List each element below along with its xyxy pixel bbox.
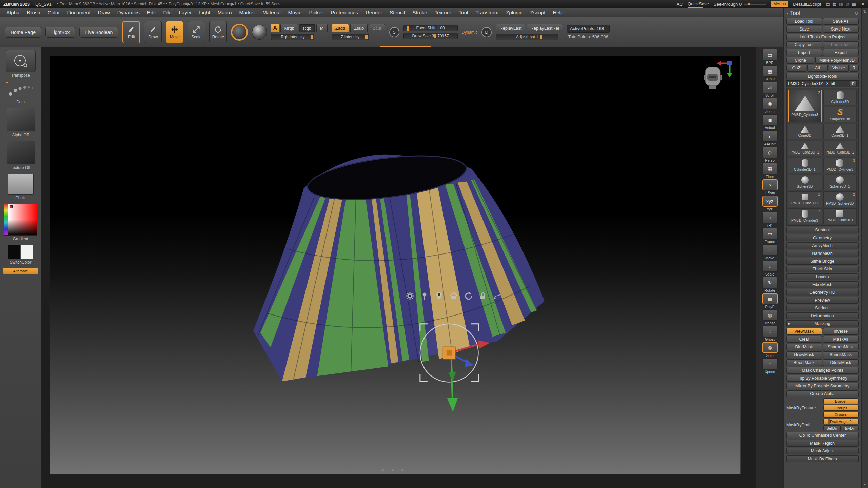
masking-left-button[interactable]: BlurMask	[786, 344, 822, 350]
axis-indicator[interactable]	[716, 58, 739, 80]
right-shelf-icon[interactable]: ▦	[762, 163, 778, 174]
tool-section-button[interactable]: Mask Adjust	[786, 448, 859, 454]
focal-shift-knob[interactable]	[407, 26, 409, 30]
draft-angle-slider[interactable]: DraftAngle 2	[823, 419, 859, 424]
menu-item[interactable]: Render	[362, 8, 386, 17]
right-shelf-icon[interactable]: ▦	[762, 65, 778, 77]
right-shelf-icon[interactable]: ◍	[762, 309, 778, 321]
current-tool-bar[interactable]: PM3D_Cylinder3D1_3. 56 R	[786, 80, 859, 87]
right-shelf-button[interactable]: xyz xyz	[762, 196, 778, 211]
menu-item[interactable]: Texture	[431, 8, 455, 17]
material-preview-icon[interactable]	[252, 25, 267, 40]
tool-thumb[interactable]: S SimpleBrush	[823, 107, 857, 122]
masking-wide-button[interactable]: Mirror By Posable Symmetry	[786, 383, 859, 389]
viewport[interactable]: ◄ ▲ ►	[41, 47, 756, 488]
tool-section-button[interactable]: Slime Bridge	[786, 258, 859, 265]
tool-section-button[interactable]: FiberMesh	[786, 281, 859, 288]
tool-thumb[interactable]: Sphere3D_1	[823, 175, 857, 190]
goz-visible-button[interactable]: Visible	[829, 65, 849, 72]
save-as-button[interactable]: Save As	[823, 18, 859, 25]
transpose-tool-thumb[interactable]	[6, 50, 36, 72]
canvas-scroll-marks[interactable]: ◄ ▲ ►	[380, 467, 408, 472]
right-shelf-icon[interactable]: ◌	[762, 326, 778, 337]
zadd-button[interactable]: Zadd	[332, 24, 349, 32]
z-intensity-slider[interactable]: Z Intensity	[332, 34, 369, 40]
masking-right-button[interactable]: SharpenMask	[823, 344, 859, 350]
right-shelf-button[interactable]: ▭ Frame	[762, 228, 778, 244]
alpha-a-button[interactable]: A	[271, 24, 279, 32]
right-shelf-icon[interactable]: ◇	[762, 147, 778, 158]
right-shelf-button[interactable]: ▤ BPR	[762, 49, 778, 65]
pin-icon[interactable]	[420, 291, 429, 301]
tool-thumb[interactable]: Cone3D_1	[823, 124, 857, 139]
menu-item[interactable]: Picker	[305, 8, 327, 17]
draw-mode-button[interactable]: Draw	[144, 21, 162, 43]
mask-feature-button[interactable]: Crease	[823, 412, 859, 418]
menu-item[interactable]: File	[160, 8, 175, 17]
masking-right-button[interactable]: MaskAll	[823, 336, 859, 343]
tool-section-button[interactable]: NanoMesh	[786, 250, 859, 257]
document-canvas[interactable]: ◄ ▲ ►	[50, 56, 741, 474]
right-shelf-button[interactable]: + Move	[762, 244, 778, 260]
focal-shift-slider[interactable]: Focal Shift -100	[403, 25, 458, 31]
load-tools-from-project-button[interactable]: Load Tools From Project	[786, 34, 859, 40]
alpha-off-thumb[interactable]	[7, 108, 35, 131]
adjust-last-knob[interactable]	[540, 35, 542, 39]
right-shelf-icon[interactable]: ◎	[762, 342, 778, 353]
menu-item[interactable]: Brush	[23, 8, 44, 17]
tool-section-button[interactable]: Geometry HD	[786, 289, 859, 296]
right-shelf-button[interactable]: ↻ Rotate	[762, 277, 778, 292]
load-tool-button[interactable]: Load Tool	[786, 18, 822, 25]
strip-scroll-down-icon[interactable]: ▾	[864, 482, 866, 487]
menus-button[interactable]: Menus	[771, 1, 788, 7]
material-chalk-thumb[interactable]	[8, 174, 34, 195]
tool-thumb[interactable]: 3 PM3D_Cylinder3	[823, 158, 857, 173]
right-shelf-icon[interactable]: +	[762, 244, 778, 256]
draw-size-knob[interactable]	[434, 34, 436, 38]
masking-left-button[interactable]: GrowMask	[786, 351, 822, 358]
close-icon[interactable]: ✕	[861, 2, 865, 7]
menu-item[interactable]: Macro	[214, 8, 236, 17]
right-shelf-button[interactable]: ↕ Scale	[762, 261, 778, 276]
see-through-knob[interactable]	[748, 3, 750, 5]
menu-item[interactable]: Light	[195, 8, 214, 17]
right-shelf-button[interactable]: ◐ AAHalf	[762, 130, 778, 146]
lock-icon[interactable]	[478, 291, 488, 301]
menu-item[interactable]: Stroke	[409, 8, 431, 17]
menu-item[interactable]: Zplugin	[502, 8, 526, 17]
mask-feature-button[interactable]: Groups	[823, 405, 859, 411]
dynamic-label[interactable]: Dynamic	[462, 30, 478, 35]
tool-section-button[interactable]: Mask Region	[786, 440, 859, 447]
right-shelf-icon[interactable]: ▩	[762, 293, 778, 304]
tool-thumb[interactable]: Cylinder3D_1	[788, 158, 822, 173]
saturation-square[interactable]	[8, 204, 37, 235]
inv-dir-button[interactable]: InvDir	[842, 425, 859, 431]
home-icon[interactable]	[449, 291, 458, 301]
right-shelf-button[interactable]: ▣ Actual	[762, 114, 778, 130]
menu-item[interactable]: Draw	[94, 8, 114, 17]
tool-section-button[interactable]: Geometry	[786, 235, 859, 241]
right-shelf-button[interactable]: ▦ SPix 3	[762, 65, 778, 81]
color-picker[interactable]	[4, 204, 37, 236]
right-shelf-icon[interactable]: ↻	[762, 277, 778, 288]
tool-section-button[interactable]: Mask By Fibers	[786, 455, 859, 462]
scale-mode-button[interactable]: Scale	[188, 21, 205, 43]
home-page-button[interactable]: Home Page	[5, 27, 41, 38]
zsub-button[interactable]: Zsub	[350, 24, 368, 32]
draw-size-slider[interactable]: Draw Size 32.70957	[403, 33, 458, 39]
export-button[interactable]: Export	[823, 49, 859, 56]
right-shelf-button[interactable]: ○ (R)	[762, 212, 778, 227]
right-shelf-icon[interactable]: ≡	[762, 358, 778, 369]
right-shelf-button[interactable]: ◇ Persp	[762, 147, 778, 162]
masking-left-button[interactable]: ViewMask	[786, 328, 822, 335]
tool-thumb[interactable]: 3 PM3D_Cube3D1	[788, 191, 822, 207]
right-shelf-button[interactable]: ◎ Solo	[762, 342, 778, 358]
tool-section-button[interactable]: Preview	[786, 297, 859, 304]
reset-icon[interactable]	[463, 291, 473, 301]
make-polymesh3d-button[interactable]: Make PolyMesh3D	[815, 57, 859, 64]
save-button[interactable]: Save	[786, 26, 822, 33]
right-shelf-button[interactable]: ▦ Floor	[762, 163, 778, 179]
hue-strip[interactable]	[4, 204, 8, 235]
current-tool-thumb[interactable]: 7 PM3D_Cylinder3	[788, 90, 822, 122]
window-layout-icon[interactable]: ▧	[846, 2, 850, 7]
